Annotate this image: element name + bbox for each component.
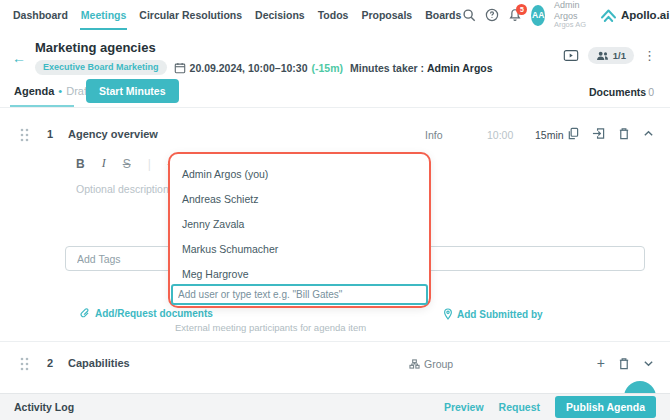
item-start-time: 10:00 bbox=[487, 129, 513, 141]
italic-button[interactable]: I bbox=[102, 156, 106, 171]
tab-documents[interactable]: Documents0 bbox=[589, 86, 654, 98]
trash-icon[interactable] bbox=[618, 127, 630, 140]
item-type-info[interactable]: Info bbox=[425, 129, 443, 141]
item-number: 1 bbox=[47, 128, 53, 140]
attendance-count: 1/1 bbox=[613, 50, 626, 61]
top-navigation: Dashboard Meetings Circular Resolutions … bbox=[0, 0, 670, 30]
trash-icon[interactable] bbox=[618, 357, 630, 370]
item-duration[interactable]: 15min bbox=[535, 129, 564, 141]
dropdown-option[interactable]: Andreas Schietz bbox=[170, 186, 429, 211]
copy-icon[interactable] bbox=[567, 127, 579, 140]
request-button[interactable]: Request bbox=[499, 401, 540, 413]
toolbar-divider: | bbox=[148, 157, 151, 171]
minutes-taker-name: Admin Argos bbox=[427, 62, 493, 74]
meeting-agenda-page: Dashboard Meetings Circular Resolutions … bbox=[0, 0, 670, 420]
board-badge[interactable]: Executive Board Marketing bbox=[35, 60, 167, 75]
nav-todos[interactable]: Todos bbox=[317, 0, 350, 30]
dropdown-option[interactable]: Markus Schumacher bbox=[170, 236, 429, 261]
footer-bar: Activity Log Preview Request Publish Age… bbox=[0, 393, 670, 420]
tabs-divider bbox=[0, 107, 670, 108]
meeting-datetime: 20.09.2024, 10:00–10:30 (-15m) bbox=[174, 62, 343, 74]
item-number: 2 bbox=[47, 357, 53, 369]
attach-document-icon bbox=[80, 308, 91, 319]
participants-hint-text: External meeting participants for agenda… bbox=[175, 322, 366, 333]
meeting-date-text: 20.09.2024, 10:00–10:30 bbox=[190, 62, 308, 74]
time-delta: (-15m) bbox=[311, 62, 343, 74]
start-minutes-button[interactable]: Start Minutes bbox=[86, 79, 179, 103]
main-nav: Dashboard Meetings Circular Resolutions … bbox=[12, 0, 462, 30]
present-mode-icon[interactable] bbox=[563, 49, 579, 63]
brand-logo: Apollo.ai bbox=[600, 8, 670, 23]
nav-circular-resolutions[interactable]: Circular Resolutions bbox=[138, 0, 243, 30]
publish-agenda-button[interactable]: Publish Agenda bbox=[555, 396, 656, 418]
calendar-icon bbox=[174, 62, 186, 74]
notifications-bell[interactable]: 5 bbox=[508, 8, 522, 22]
attendance-pill[interactable]: 1/1 bbox=[588, 47, 634, 64]
items-divider bbox=[0, 341, 670, 342]
nav-boards[interactable]: Boards bbox=[424, 0, 462, 30]
status-dot: • bbox=[58, 85, 62, 97]
participants-dropdown: Admin Argos (you) Andreas Schietz Jenny … bbox=[168, 152, 431, 308]
description-field[interactable]: Optional description bbox=[76, 183, 169, 195]
dropdown-option[interactable]: Admin Argos (you) bbox=[170, 161, 429, 186]
user-avatar[interactable]: AA bbox=[531, 5, 545, 26]
drag-handle-icon[interactable] bbox=[20, 357, 29, 371]
nav-meetings[interactable]: Meetings bbox=[80, 0, 128, 30]
nav-dashboard[interactable]: Dashboard bbox=[12, 0, 69, 30]
nav-proposals[interactable]: Proposals bbox=[360, 0, 413, 30]
group-icon bbox=[409, 359, 420, 369]
drag-handle-icon[interactable] bbox=[20, 128, 29, 142]
add-participant-input[interactable] bbox=[171, 284, 428, 305]
agenda-item-2: 2 Capabilities Group + bbox=[0, 353, 670, 377]
user-info[interactable]: Admin Argos Argos AG bbox=[554, 0, 587, 29]
dropdown-option[interactable]: Jenny Zavala bbox=[170, 211, 429, 236]
attendees-icon bbox=[596, 51, 609, 61]
add-subitem-icon[interactable]: + bbox=[597, 356, 605, 370]
back-arrow-icon[interactable]: ← bbox=[12, 50, 26, 66]
expand-icon[interactable] bbox=[643, 358, 654, 369]
collapse-icon[interactable] bbox=[643, 128, 654, 139]
meeting-header: Marketing agencies Executive Board Marke… bbox=[35, 40, 493, 75]
page-title: Marketing agencies bbox=[35, 40, 493, 55]
search-icon[interactable] bbox=[462, 8, 476, 22]
richtext-toolbar: B I S | — bbox=[76, 156, 180, 171]
add-request-documents-link[interactable]: Add/Request documents bbox=[80, 308, 213, 319]
help-icon[interactable] bbox=[485, 8, 499, 22]
brand-name: Apollo.ai bbox=[621, 9, 670, 21]
item-title[interactable]: Agency overview bbox=[68, 128, 158, 140]
pin-icon bbox=[443, 308, 453, 320]
tab-agenda[interactable]: Agenda • Draft bbox=[14, 85, 90, 97]
apollo-logo-icon bbox=[600, 8, 617, 23]
user-org: Argos AG bbox=[554, 21, 587, 30]
bold-button[interactable]: B bbox=[76, 157, 85, 171]
strikethrough-button[interactable]: S bbox=[123, 157, 131, 171]
move-to-icon[interactable] bbox=[592, 127, 605, 140]
header-menu-icon[interactable]: ⋮ bbox=[643, 48, 656, 63]
documents-count: 0 bbox=[648, 86, 654, 98]
agenda-item-1: 1 Agency overview Info 10:00 15min bbox=[0, 124, 670, 148]
notification-count-badge: 5 bbox=[516, 4, 527, 15]
minutes-taker: Minutes taker : Admin Argos bbox=[350, 62, 493, 74]
preview-button[interactable]: Preview bbox=[444, 401, 484, 413]
dropdown-option[interactable]: Meg Hargrove bbox=[170, 261, 429, 286]
item-type-group[interactable]: Group bbox=[409, 358, 453, 370]
activity-log-button[interactable]: Activity Log bbox=[14, 401, 74, 413]
user-name: Admin Argos bbox=[554, 0, 587, 21]
add-submitted-by-link[interactable]: Add Submitted by bbox=[443, 308, 543, 320]
nav-decisions[interactable]: Decisions bbox=[254, 0, 306, 30]
item-title[interactable]: Capabilities bbox=[68, 357, 130, 369]
